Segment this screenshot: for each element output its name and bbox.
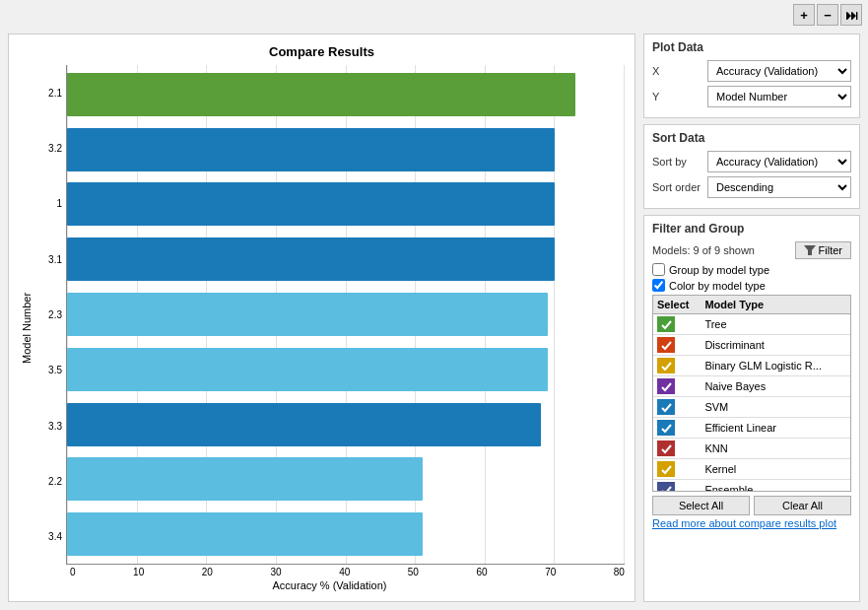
chart-title: Compare Results xyxy=(19,44,625,59)
y-tick-label: 3.3 xyxy=(48,421,62,432)
model-type-name: Naive Bayes xyxy=(701,376,850,397)
sort-order-select[interactable]: Descending xyxy=(707,176,851,198)
table-row: Tree xyxy=(653,314,850,335)
models-info: Models: 9 of 9 shown xyxy=(652,244,755,256)
x-tick-label: 40 xyxy=(339,567,350,577)
y-tick-label: 3.4 xyxy=(48,531,62,542)
read-more-link[interactable]: Read more about compare results plot xyxy=(652,517,851,529)
y-tick-label: 1 xyxy=(56,198,62,209)
select-all-button[interactable]: Select All xyxy=(652,496,750,515)
model-type-name: Efficient Linear xyxy=(701,418,850,439)
color-swatch[interactable] xyxy=(657,358,675,373)
model-type-name: Binary GLM Logistic R... xyxy=(701,356,850,376)
bar-row xyxy=(67,508,625,560)
bars-and-yaxis: 2.13.213.12.33.53.32.23.4 xyxy=(34,65,625,565)
bar xyxy=(67,73,575,116)
zoom-in-button[interactable]: + xyxy=(793,4,815,26)
bar-row xyxy=(67,399,625,450)
bar-row xyxy=(67,344,625,395)
group-by-row: Group by model type xyxy=(652,263,851,276)
color-swatch[interactable] xyxy=(657,420,675,436)
model-type-table: Select Model Type TreeDiscriminantBinary… xyxy=(653,296,850,492)
y-tick-labels: 2.13.213.12.33.53.32.23.4 xyxy=(34,65,66,565)
color-swatch[interactable] xyxy=(657,482,675,492)
table-row: Efficient Linear xyxy=(653,418,850,439)
filter-group-title: Filter and Group xyxy=(652,222,851,236)
color-swatch[interactable] xyxy=(657,378,675,394)
y-axis-label: Model Number xyxy=(19,65,34,591)
filter-group-section: Filter and Group Models: 9 of 9 shown Fi… xyxy=(643,215,860,602)
y-axis-select[interactable]: Model Number xyxy=(707,86,851,107)
x-axis-row: X Accuracy (Validation) xyxy=(652,60,851,82)
sort-by-select[interactable]: Accuracy (Validation) xyxy=(707,151,851,172)
group-by-checkbox[interactable] xyxy=(652,263,665,276)
table-row: KNN xyxy=(653,439,850,459)
filter-row: Models: 9 of 9 shown Filter xyxy=(652,241,851,259)
model-type-name: Discriminant xyxy=(701,335,850,356)
chart-plot-area: 2.13.213.12.33.53.32.23.4 01020304050607… xyxy=(34,65,625,591)
bar xyxy=(67,403,541,446)
bar xyxy=(67,457,423,501)
y-form-label: Y xyxy=(652,91,703,102)
model-type-name: Kernel xyxy=(701,459,850,480)
sort-data-title: Sort Data xyxy=(652,131,851,145)
x-tick-label: 30 xyxy=(270,567,281,577)
table-row: Naive Bayes xyxy=(653,376,850,397)
bar-row xyxy=(67,289,625,340)
model-type-name: Tree xyxy=(701,314,850,335)
filter-button[interactable]: Filter xyxy=(795,241,851,259)
x-tick-label: 0 xyxy=(70,567,76,577)
color-swatch[interactable] xyxy=(657,337,675,353)
chart-container: Compare Results Model Number 2.13.213.12… xyxy=(8,34,635,602)
x-tick-label: 50 xyxy=(408,567,419,577)
model-type-table-scroll[interactable]: Select Model Type TreeDiscriminantBinary… xyxy=(652,295,851,492)
x-axis-select[interactable]: Accuracy (Validation) xyxy=(707,60,851,82)
right-panel: Plot Data X Accuracy (Validation) Y Mode… xyxy=(643,34,860,602)
bar xyxy=(67,237,555,281)
x-tick-label: 60 xyxy=(476,567,487,577)
bar-row xyxy=(67,453,625,505)
bars-grid xyxy=(66,65,625,565)
x-tick-label: 70 xyxy=(545,567,556,577)
bar xyxy=(67,182,555,226)
toolbar: + − ⏭ xyxy=(0,0,868,30)
plot-data-title: Plot Data xyxy=(652,40,851,54)
bar xyxy=(67,128,555,171)
y-tick-label: 2.2 xyxy=(48,476,62,487)
color-by-checkbox[interactable] xyxy=(652,279,665,292)
sort-order-label: Sort order xyxy=(652,181,703,193)
color-swatch[interactable] xyxy=(657,399,675,415)
action-btn-row: Select All Clear All xyxy=(652,496,851,515)
bar-row xyxy=(67,179,625,231)
table-row: Binary GLM Logistic R... xyxy=(653,356,850,376)
bar-row xyxy=(67,234,625,285)
zoom-out-button[interactable]: − xyxy=(817,4,838,26)
plot-data-section: Plot Data X Accuracy (Validation) Y Mode… xyxy=(643,34,860,118)
model-type-name: KNN xyxy=(701,439,850,459)
color-swatch[interactable] xyxy=(657,316,675,332)
color-by-row: Color by model type xyxy=(652,279,851,292)
color-swatch[interactable] xyxy=(657,441,675,456)
model-type-name: Ensemble xyxy=(701,480,850,493)
bar xyxy=(67,293,548,336)
sort-order-row: Sort order Descending xyxy=(652,176,851,198)
x-form-label: X xyxy=(652,65,703,77)
y-tick-label: 2.3 xyxy=(48,309,62,320)
color-swatch[interactable] xyxy=(657,461,675,477)
model-type-col-header: Model Type xyxy=(701,296,850,314)
bar-row xyxy=(67,69,625,120)
sort-by-label: Sort by xyxy=(652,156,703,168)
skip-button[interactable]: ⏭ xyxy=(840,4,862,26)
group-by-label: Group by model type xyxy=(669,264,769,276)
sort-by-row: Sort by Accuracy (Validation) xyxy=(652,151,851,172)
y-tick-label: 3.1 xyxy=(48,254,62,265)
y-axis-row: Y Model Number xyxy=(652,86,851,107)
table-row: Discriminant xyxy=(653,335,850,356)
x-tick-label: 80 xyxy=(614,567,625,577)
model-type-name: SVM xyxy=(701,397,850,418)
chart-inner: Model Number 2.13.213.12.33.53.32.23.4 0… xyxy=(19,65,625,591)
bar xyxy=(67,512,423,556)
model-type-tbody: TreeDiscriminantBinary GLM Logistic R...… xyxy=(653,314,850,493)
table-row: Kernel xyxy=(653,459,850,480)
clear-all-button[interactable]: Clear All xyxy=(754,496,851,515)
